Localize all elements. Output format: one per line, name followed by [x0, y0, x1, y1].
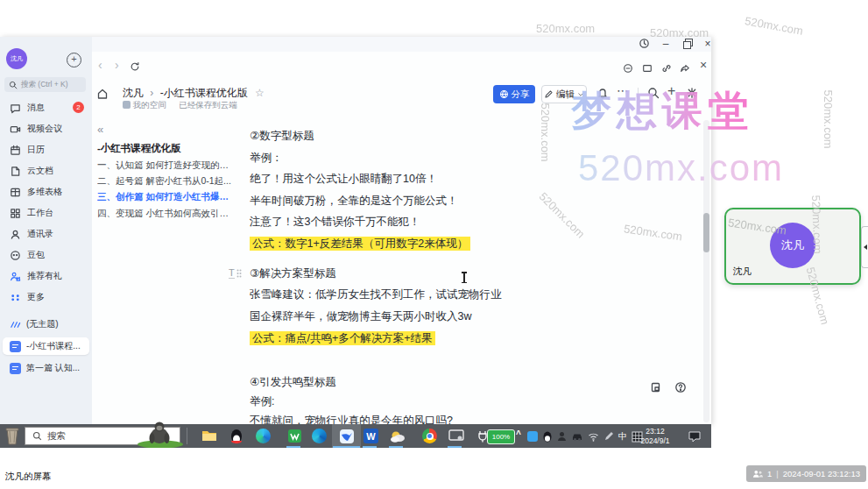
- clock-date: 2024/9/1: [636, 436, 674, 446]
- cloud-doc-icon: [10, 166, 21, 177]
- refresh-icon[interactable]: [130, 60, 140, 75]
- start-button[interactable]: [3, 426, 22, 450]
- battery-indicator[interactable]: 100%: [487, 429, 515, 444]
- sidebar-doc-chapter-one[interactable]: 第一篇 认知...: [3, 359, 89, 377]
- doc-line[interactable]: ④引发共鸣型标题: [250, 375, 336, 390]
- panel-icon[interactable]: [642, 61, 653, 77]
- outline-collapse-icon[interactable]: «: [97, 123, 103, 136]
- sidebar-item-contacts[interactable]: 通讯录: [0, 224, 92, 244]
- camera-tile[interactable]: 沈凡 沈凡: [724, 208, 861, 285]
- meeting-timestamp: 2024-09-01 23:12:13: [783, 469, 860, 478]
- doc-line-highlighted[interactable]: 公式：数字1+反差结果（可用数字2来体现）: [250, 237, 470, 252]
- tray-qq-icon[interactable]: [542, 431, 553, 443]
- sidebar-search-input[interactable]: 搜索 (Ctrl + K): [4, 77, 86, 92]
- nav-back-icon[interactable]: ‹: [98, 58, 102, 72]
- link-icon[interactable]: [661, 61, 672, 77]
- camera-collapse-tab[interactable]: [861, 226, 868, 268]
- more-actions-icon[interactable]: ⋯: [617, 83, 629, 97]
- outline-item-2[interactable]: 二、起号篇 解密小红书从0-1起...: [97, 175, 236, 188]
- screencast-icon[interactable]: [447, 427, 465, 445]
- sidebar-item-base-table[interactable]: 多维表格: [0, 182, 92, 202]
- word-icon[interactable]: W: [362, 427, 380, 445]
- tray-car-icon[interactable]: [571, 432, 583, 441]
- doc-scrollbar-track[interactable]: [703, 120, 709, 422]
- globe-icon: [499, 89, 509, 99]
- chrome-icon[interactable]: [420, 427, 439, 445]
- sidebar-item-cloud-docs[interactable]: 云文档: [0, 161, 92, 181]
- comment-icon[interactable]: [623, 61, 633, 77]
- sidebar-item-doubao[interactable]: 豆包: [0, 245, 92, 265]
- feishu-window: – × 沈凡 + 搜索 (Ctrl + K) 消息 2 视频会议 日历: [0, 37, 711, 425]
- star-icon[interactable]: ☆: [255, 87, 265, 99]
- open-indicator: [389, 446, 403, 448]
- tray-pen-icon[interactable]: [603, 431, 614, 442]
- feishu-icon[interactable]: [337, 427, 356, 445]
- share-arrow-icon[interactable]: [680, 61, 690, 77]
- outline-item-3[interactable]: 三、创作篇 如何打造小红书爆款...: [97, 191, 236, 203]
- zoom-plus-icon[interactable]: +: [667, 83, 675, 99]
- ime-indicator[interactable]: 中: [618, 430, 627, 443]
- doc-line[interactable]: 国企裸辞半年，做宠物博主每天两小时收入3w: [250, 309, 471, 324]
- block-handle[interactable]: T: [229, 267, 242, 279]
- tray-expand-caret[interactable]: ^: [516, 429, 521, 439]
- file-explorer-icon[interactable]: [200, 427, 218, 445]
- user-avatar[interactable]: 沈凡: [6, 48, 27, 69]
- weather-icon[interactable]: [388, 427, 406, 445]
- pill-separator: |: [776, 469, 778, 478]
- close-window-button[interactable]: ×: [701, 38, 711, 51]
- sidebar-item-calendar[interactable]: 日历: [0, 140, 92, 159]
- breadcrumb: 沈凡 › -小红书课程优化版 ☆: [123, 86, 265, 101]
- doc-line[interactable]: ③解决方案型标题: [250, 266, 336, 281]
- sidebar-item-more[interactable]: 更多: [0, 287, 92, 307]
- home-icon[interactable]: [96, 88, 109, 103]
- viewer-count: 1: [767, 469, 772, 478]
- doc-line[interactable]: 注意了！这3个错误你千万不能犯！: [250, 215, 420, 230]
- edit-button[interactable]: 编辑: [541, 85, 587, 103]
- sidebar-item-referral[interactable]: 推荐有礼: [0, 266, 92, 286]
- catalog-icon[interactable]: [650, 381, 662, 397]
- breadcrumb-user[interactable]: 沈凡: [123, 87, 144, 99]
- sidebar-item-video-meeting[interactable]: 视频会议: [0, 119, 92, 138]
- tray-messenger-icon[interactable]: [527, 431, 538, 442]
- outline-item-4[interactable]: 四、变现篇 小红书如何高效引流...: [97, 208, 236, 220]
- outline-item-1[interactable]: 一、认知篇 如何打造好变现的小...: [97, 159, 236, 172]
- tray-user-icon[interactable]: [557, 431, 567, 442]
- doc-search-icon[interactable]: [647, 87, 660, 103]
- minimize-button[interactable]: –: [659, 38, 673, 51]
- doc-line[interactable]: 绝了！用这个公式让小眼睛翻了10倍！: [250, 172, 437, 187]
- video-icon: [10, 124, 21, 135]
- browser-icon[interactable]: [310, 427, 328, 445]
- close-tab-icon[interactable]: ×: [700, 58, 707, 72]
- notification-bell-icon[interactable]: [596, 87, 609, 103]
- doc-line-highlighted[interactable]: 公式：痛点/共鸣+多个解决方案+结果: [250, 331, 435, 346]
- plus-icon[interactable]: +: [67, 53, 81, 67]
- wps-icon[interactable]: [286, 427, 304, 445]
- doc-line[interactable]: ②数字型标题: [250, 129, 314, 144]
- message-icon: [10, 103, 21, 114]
- sidebar-item-messages[interactable]: 消息 2: [0, 98, 92, 117]
- edge-icon[interactable]: [254, 427, 272, 445]
- doc-line[interactable]: 半年时间破万粉，全靠的是这个万能公式！: [250, 194, 458, 209]
- space-label[interactable]: 我的空间: [133, 100, 166, 110]
- nav-forward-icon[interactable]: ›: [115, 58, 119, 72]
- qq-icon[interactable]: [227, 427, 245, 445]
- breadcrumb-doc-title[interactable]: -小红书课程优化版: [160, 87, 248, 99]
- doc-scrollbar-thumb[interactable]: [703, 213, 709, 252]
- text-cursor: [463, 272, 465, 283]
- doc-line[interactable]: 张雪峰建议：低学历女生找不到工作，试试宠物行业: [250, 287, 502, 302]
- history-clock-icon[interactable]: [637, 38, 651, 51]
- share-button[interactable]: 分享: [493, 85, 535, 103]
- sidebar-item-workbench[interactable]: 工作台: [0, 203, 92, 223]
- gear-icon[interactable]: [686, 87, 698, 103]
- help-icon[interactable]: [674, 381, 687, 397]
- sidebar-doc-xiaohongshu-course[interactable]: -小红书课程...: [3, 337, 89, 355]
- sidebar-topic-none[interactable]: (无主题): [3, 315, 89, 333]
- doc-line[interactable]: 举例:: [250, 394, 274, 409]
- wifi-icon[interactable]: [588, 432, 599, 442]
- doc-line[interactable]: 举例：: [250, 151, 283, 166]
- taskbar-divider: [187, 428, 187, 444]
- more-apps-icon: [10, 292, 21, 303]
- action-center-icon[interactable]: [688, 430, 701, 446]
- taskbar-clock[interactable]: 23:12 2024/9/1: [636, 427, 674, 445]
- restore-button[interactable]: [683, 40, 693, 49]
